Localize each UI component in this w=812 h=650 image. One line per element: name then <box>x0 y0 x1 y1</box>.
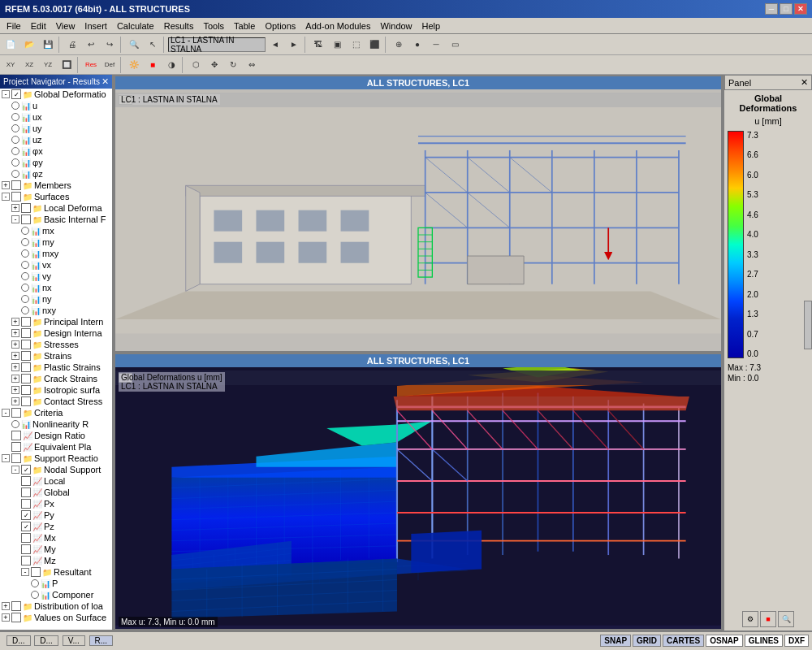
view-front[interactable]: XY <box>2 56 19 74</box>
surface-icon[interactable]: ▭ <box>446 36 464 54</box>
nav-tree[interactable]: -✓📁Global Deformatio📊u📊ux📊uy📊uz📊φx📊φy📊φz… <box>0 89 112 630</box>
tree-checkbox-11[interactable] <box>21 214 31 224</box>
status-item-snap[interactable]: SNAP <box>600 635 631 647</box>
tree-item-46[interactable]: +📁Values on Surface <box>0 612 112 623</box>
tree-radio-4[interactable] <box>11 136 19 144</box>
view-icon2[interactable]: ⬚ <box>347 36 365 54</box>
view3d-icon[interactable]: ▣ <box>328 36 346 54</box>
tree-item-31[interactable]: 📈Equivalent Pla <box>0 441 112 453</box>
axis-icon[interactable]: ⊕ <box>390 36 408 54</box>
tree-item-34[interactable]: 📈Local <box>0 475 112 487</box>
tree-item-30[interactable]: 📈Design Ratio <box>0 430 112 441</box>
tree-item-13[interactable]: 📊my <box>0 236 112 248</box>
tree-expand-20[interactable]: + <box>11 318 19 326</box>
tree-item-35[interactable]: 📈Global <box>0 487 112 498</box>
tree-expand-24[interactable]: + <box>11 363 19 371</box>
panel-color-icon[interactable]: ■ <box>760 611 776 627</box>
tree-radio-7[interactable] <box>11 170 19 178</box>
tree-checkbox-9[interactable] <box>11 192 21 202</box>
view-icon3[interactable]: ⬛ <box>365 36 383 54</box>
tree-radio-18[interactable] <box>21 295 29 303</box>
tree-expand-27[interactable]: + <box>11 397 19 405</box>
tree-expand-23[interactable]: + <box>11 352 19 360</box>
nav-tab-2[interactable]: D... <box>34 635 58 646</box>
tree-item-3[interactable]: 📊uy <box>0 123 112 134</box>
tree-checkbox-23[interactable] <box>21 351 31 361</box>
tree-checkbox-27[interactable] <box>21 396 31 406</box>
tree-item-33[interactable]: -✓📁Nodal Support <box>0 464 112 475</box>
viewport-bottom[interactable]: ALL STRUCTURES, LC1 ⬚ Global Deformation… <box>114 353 723 630</box>
tree-radio-6[interactable] <box>11 158 19 167</box>
save-icon[interactable]: 💾 <box>39 36 57 54</box>
tree-checkbox-10[interactable] <box>21 203 31 213</box>
tree-checkbox-37[interactable]: ✓ <box>21 510 31 520</box>
tree-item-19[interactable]: 📊nxy <box>0 305 112 316</box>
tree-radio-15[interactable] <box>21 261 29 269</box>
tree-item-43[interactable]: 📊P <box>0 578 112 589</box>
tree-radio-16[interactable] <box>21 272 29 280</box>
tree-checkbox-0[interactable]: ✓ <box>11 89 21 99</box>
tree-item-25[interactable]: +📁Crack Strains <box>0 373 112 384</box>
tree-radio-29[interactable] <box>11 420 19 428</box>
tree-item-29[interactable]: 📊Nonlinearity R <box>0 418 112 430</box>
tree-checkbox-34[interactable] <box>21 476 31 486</box>
nav-tab-4[interactable]: R... <box>89 635 114 646</box>
tree-checkbox-45[interactable] <box>11 601 21 611</box>
view-3d[interactable]: 🔲 <box>58 56 76 74</box>
tree-expand-46[interactable]: + <box>2 613 10 622</box>
tree-checkbox-39[interactable] <box>21 533 31 543</box>
tree-item-7[interactable]: 📊φz <box>0 168 112 180</box>
tree-radio-2[interactable] <box>11 113 19 121</box>
tree-item-20[interactable]: +📁Principal Intern <box>0 316 112 327</box>
tree-item-10[interactable]: +📁Local Deforma <box>0 202 112 214</box>
tree-item-15[interactable]: 📊vx <box>0 259 112 271</box>
tree-item-41[interactable]: 📈Mz <box>0 555 112 566</box>
viewport-top[interactable]: ALL STRUCTURES, LC1 ⬚ LC1 : LASTNA IN ST… <box>114 75 723 353</box>
tree-item-42[interactable]: -📁Resultant <box>0 566 112 578</box>
tree-expand-21[interactable]: + <box>11 329 19 337</box>
tree-item-24[interactable]: +📁Plastic Strains <box>0 362 112 373</box>
tree-checkbox-36[interactable] <box>21 499 31 509</box>
print-icon[interactable]: 🖨 <box>63 36 81 54</box>
menu-item-insert[interactable]: Insert <box>80 20 112 32</box>
tree-expand-25[interactable]: + <box>11 375 19 383</box>
tree-checkbox-28[interactable] <box>11 408 21 418</box>
tree-checkbox-40[interactable] <box>21 544 31 554</box>
view-top[interactable]: YZ <box>39 56 57 74</box>
status-item-grid[interactable]: GRID <box>633 635 661 647</box>
tree-radio-14[interactable] <box>21 249 29 258</box>
tree-checkbox-26[interactable] <box>21 385 31 395</box>
tree-checkbox-25[interactable] <box>21 374 31 384</box>
tree-checkbox-38[interactable]: ✓ <box>21 522 31 531</box>
tree-item-32[interactable]: -📁Support Reactio <box>0 453 112 464</box>
structure-icon[interactable]: ⬡ <box>187 56 205 74</box>
minimize-button[interactable]: ─ <box>765 3 778 15</box>
redo-icon[interactable]: ↪ <box>101 36 119 54</box>
tree-item-16[interactable]: 📊vy <box>0 271 112 282</box>
tree-item-5[interactable]: 📊φx <box>0 145 112 157</box>
display-icon[interactable]: 🔆 <box>125 56 143 74</box>
tree-checkbox-20[interactable] <box>21 317 31 327</box>
render-icon[interactable]: 🏗 <box>309 36 327 54</box>
status-item-glines[interactable]: GLINES <box>745 635 783 647</box>
menu-item-calculate[interactable]: Calculate <box>112 20 159 32</box>
tree-item-37[interactable]: ✓📈Py <box>0 509 112 521</box>
results-icon[interactable]: Res <box>82 56 100 74</box>
tree-item-8[interactable]: +📁Members <box>0 180 112 191</box>
lc-next-icon[interactable]: ► <box>285 36 303 54</box>
tree-checkbox-21[interactable] <box>21 328 31 338</box>
tree-item-28[interactable]: -📁Criteria <box>0 407 112 418</box>
tree-radio-5[interactable] <box>11 147 19 155</box>
tree-radio-3[interactable] <box>11 124 19 132</box>
tree-checkbox-35[interactable] <box>21 488 31 497</box>
move-icon[interactable]: ✥ <box>205 56 223 74</box>
panel-zoom-icon[interactable]: 🔍 <box>778 611 794 627</box>
tree-radio-12[interactable] <box>21 227 29 235</box>
status-item-osnap[interactable]: OSNAP <box>706 635 743 647</box>
menu-item-table[interactable]: Table <box>229 20 260 32</box>
panel-scrollbar[interactable] <box>804 301 812 349</box>
undo-icon[interactable]: ↩ <box>82 36 100 54</box>
tree-checkbox-30[interactable] <box>11 431 21 440</box>
lc-prev-icon[interactable]: ◄ <box>266 36 284 54</box>
deform-icon[interactable]: Def <box>101 56 119 74</box>
